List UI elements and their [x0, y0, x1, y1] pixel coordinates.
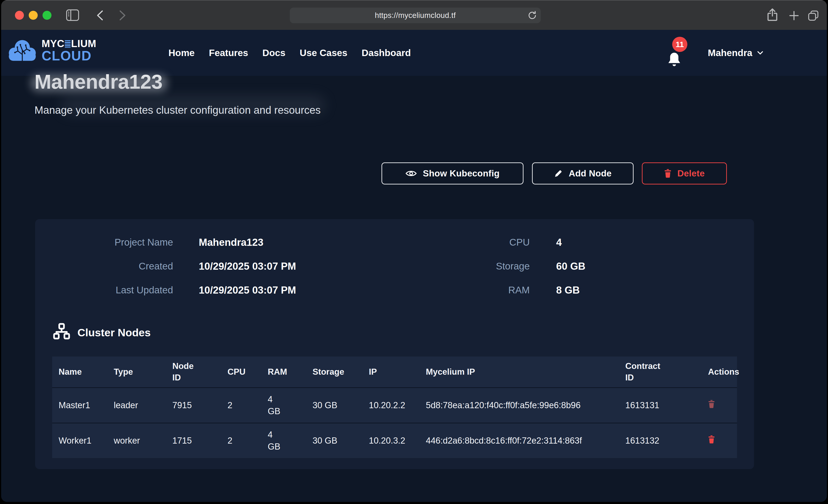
cluster-nodes-icon	[52, 323, 71, 342]
col-name: Name	[52, 356, 107, 387]
privacy-blur-overlay-faint	[61, 96, 325, 114]
nav-link-home[interactable]: Home	[168, 48, 195, 58]
table-header-row: Name Type Node ID CPU RAM Storage IP Myc…	[52, 356, 737, 387]
delete-cluster-button[interactable]: Delete	[642, 162, 727, 184]
cell-storage: 30 GB	[306, 387, 362, 423]
nav-link-dashboard[interactable]: Dashboard	[362, 48, 411, 58]
privacy-blur-overlay	[31, 75, 168, 92]
project-name-label: Project Name	[35, 237, 173, 248]
cpu-label: CPU	[391, 237, 530, 248]
minimize-window-button[interactable]	[29, 11, 38, 20]
last-updated-label: Last Updated	[35, 284, 173, 296]
cell-node-id: 1715	[166, 423, 221, 458]
logo-wordmark-bottom: CLOUD	[42, 49, 96, 63]
reload-icon[interactable]	[527, 10, 537, 20]
browser-chrome: https://myceliumcloud.tf	[1, 0, 827, 30]
col-contract-id: Contract ID	[619, 356, 702, 387]
col-cpu: CPU	[221, 356, 261, 387]
url-text: https://myceliumcloud.tf	[375, 11, 456, 20]
share-icon[interactable]	[767, 8, 778, 22]
cell-ram: 4 GB	[261, 387, 306, 423]
nav-link-use-cases[interactable]: Use Cases	[300, 48, 347, 58]
col-actions: Actions	[702, 356, 737, 387]
new-tab-icon[interactable]	[789, 10, 799, 21]
cell-contract-id: 1613131	[619, 387, 702, 423]
bell-icon	[665, 51, 683, 69]
ram-label: RAM	[391, 284, 530, 296]
cell-mycelium-ip: 446:d2a6:8bcd:8c16:ff0f:72e2:3114:863f	[419, 423, 619, 458]
col-mycelium-ip: Mycelium IP	[419, 356, 619, 387]
user-name: Mahendra	[708, 48, 752, 58]
notifications-button[interactable]: 11	[664, 30, 694, 76]
close-window-button[interactable]	[15, 11, 24, 20]
tab-overview-icon[interactable]	[807, 9, 820, 22]
back-icon[interactable]	[96, 10, 104, 21]
cluster-details-card: Project Name Mahendra123 Created 10/29/2…	[35, 219, 754, 469]
col-type: Type	[107, 356, 166, 387]
details-right: CPU 4 Storage 60 GB RAM 8 GB	[391, 237, 585, 296]
cell-actions	[702, 423, 737, 458]
delete-node-button[interactable]	[708, 435, 715, 444]
storage-label: Storage	[391, 260, 530, 272]
table-row: Worker1 worker 1715 2 4 GB 30 GB 10.20.3…	[52, 423, 737, 458]
chevron-down-icon	[757, 50, 763, 55]
cell-type: leader	[107, 387, 166, 423]
pencil-icon	[554, 169, 563, 178]
mycelium-cloud-logo[interactable]: MYCLIUM CLOUD	[8, 38, 96, 63]
delete-node-button[interactable]	[708, 400, 715, 408]
notification-badge: 11	[672, 37, 687, 52]
table-row: Master1 leader 7915 2 4 GB 30 GB 10.20.2…	[52, 387, 737, 423]
forward-icon[interactable]	[119, 10, 127, 21]
cluster-nodes-heading: Cluster Nodes	[52, 323, 151, 342]
col-storage: Storage	[306, 356, 362, 387]
storage-value: 60 GB	[556, 260, 585, 272]
user-menu[interactable]: Mahendra	[708, 30, 763, 76]
project-name-value: Mahendra123	[199, 237, 296, 248]
cell-ip: 10.20.3.2	[362, 423, 419, 458]
eye-icon	[405, 170, 417, 177]
nav-link-docs[interactable]: Docs	[262, 48, 285, 58]
cell-storage: 30 GB	[306, 423, 362, 458]
browser-window: https://myceliumcloud.tf	[1, 0, 827, 502]
created-value: 10/29/2025 03:07 PM	[199, 260, 296, 272]
cell-ip: 10.20.2.2	[362, 387, 419, 423]
address-bar[interactable]: https://myceliumcloud.tf	[290, 8, 541, 23]
logo-e-bars	[65, 40, 71, 48]
cluster-nodes-table: Name Type Node ID CPU RAM Storage IP Myc…	[52, 356, 737, 458]
cell-type: worker	[107, 423, 166, 458]
created-label: Created	[35, 260, 173, 272]
show-kubeconfig-button[interactable]: Show Kubeconfig	[381, 162, 524, 184]
last-updated-value: 10/29/2025 03:07 PM	[199, 284, 296, 296]
cell-cpu: 2	[221, 423, 261, 458]
cell-contract-id: 1613132	[619, 423, 702, 458]
details-left: Project Name Mahendra123 Created 10/29/2…	[35, 237, 296, 296]
col-ram: RAM	[261, 356, 306, 387]
cell-actions	[702, 387, 737, 423]
sidebar-toggle-icon[interactable]	[66, 9, 79, 21]
logo-wordmark-top: MYCLIUM	[42, 39, 96, 49]
cell-ram: 4 GB	[261, 423, 306, 458]
cell-mycelium-ip: 5d8:78ea:a120:f40c:ff0f:a5fe:99e6:8b96	[419, 387, 619, 423]
col-ip: IP	[362, 356, 419, 387]
cpu-value: 4	[556, 237, 585, 248]
site-navbar: MYCLIUM CLOUD Home Features Docs Use Cas…	[1, 30, 827, 76]
add-node-button[interactable]: Add Node	[532, 162, 633, 184]
cluster-page: Mahendra123 Manage your Kubernetes clust…	[1, 76, 827, 502]
mycelium-logo-icon	[8, 38, 37, 63]
cell-name: Master1	[52, 387, 107, 423]
nav-links: Home Features Docs Use Cases Dashboard	[168, 30, 411, 76]
trash-icon	[664, 169, 671, 178]
zoom-window-button[interactable]	[43, 11, 51, 20]
nav-link-features[interactable]: Features	[209, 48, 248, 58]
col-node-id: Node ID	[166, 356, 221, 387]
cell-cpu: 2	[221, 387, 261, 423]
cell-name: Worker1	[52, 423, 107, 458]
cell-node-id: 7915	[166, 387, 221, 423]
ram-value: 8 GB	[556, 284, 585, 296]
